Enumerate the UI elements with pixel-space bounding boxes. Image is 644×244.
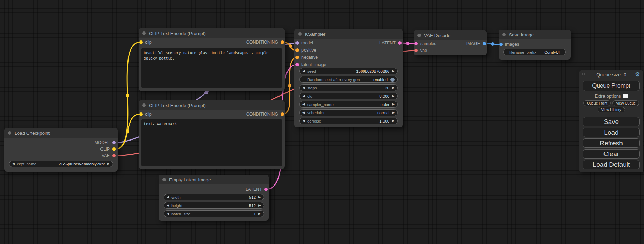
toggle-on-icon[interactable] <box>390 78 395 82</box>
port-conditioning[interactable] <box>281 112 284 116</box>
node-title-bar[interactable]: Save Image <box>499 30 571 39</box>
input-slot-vae[interactable]: vae <box>414 47 427 54</box>
output-slot-latent[interactable]: LATENT <box>379 39 402 46</box>
clear-button[interactable]: Clear <box>583 149 640 159</box>
steps-widget[interactable]: ◀ steps 20 ▶ <box>299 84 398 91</box>
collapse-dot-icon[interactable] <box>142 103 146 107</box>
input-slot-images[interactable]: images <box>499 41 519 48</box>
port-image[interactable] <box>483 42 486 45</box>
port-image[interactable] <box>499 43 503 46</box>
node-clip-text-encode-negative[interactable]: CLIP Text Encode (Prompt) clip CONDITION… <box>139 100 285 169</box>
output-slot-clip[interactable]: CLIP <box>100 146 116 153</box>
link-midpoint-dot[interactable] <box>289 44 292 48</box>
collapse-dot-icon[interactable] <box>8 131 11 135</box>
queue-prompt-button[interactable]: Queue Prompt <box>583 81 640 91</box>
random-seed-toggle-widget[interactable]: Random seed after every gen enabled <box>299 76 398 83</box>
link-midpoint-dot[interactable] <box>491 42 494 46</box>
node-title-bar[interactable]: CLIP Text Encode (Prompt) <box>139 28 285 38</box>
link-midpoint-dot[interactable] <box>288 84 291 88</box>
sampler-name-widget[interactable]: ◀ sampler_name euler ▶ <box>299 101 398 108</box>
node-clip-text-encode-positive[interactable]: CLIP Text Encode (Prompt) clip CONDITION… <box>139 28 285 91</box>
input-slot-latent-image[interactable]: latent_image <box>295 61 326 68</box>
scheduler-widget[interactable]: ◀ scheduler normal ▶ <box>299 109 398 116</box>
extra-options-checkbox[interactable] <box>623 94 628 98</box>
input-slot-model[interactable]: model <box>295 39 313 46</box>
cfg-widget[interactable]: ◀ cfg 8.000 ▶ <box>299 93 398 99</box>
output-slot-conditioning[interactable]: CONDITIONING <box>246 39 284 46</box>
node-title-bar[interactable]: KSampler <box>294 29 403 39</box>
port-latent[interactable] <box>264 188 268 191</box>
prompt-textarea[interactable]: beautiful scenery nature glass bottle la… <box>141 48 282 88</box>
node-title-bar[interactable]: Empty Latent Image <box>159 175 269 184</box>
node-title-bar[interactable]: Load Checkpoint <box>4 128 118 138</box>
input-slot-positive[interactable]: positive <box>295 47 316 54</box>
node-ksampler[interactable]: KSampler model positive negative latent_… <box>294 29 403 127</box>
denoise-widget[interactable]: ◀ denoise 1.000 ▶ <box>299 118 398 124</box>
collapse-dot-icon[interactable] <box>142 31 146 35</box>
link-midpoint-dot[interactable] <box>126 130 129 133</box>
refresh-button[interactable]: Refresh <box>583 138 640 148</box>
decrement-arrow-icon[interactable]: ◀ <box>302 94 305 98</box>
increment-arrow-icon[interactable]: ▶ <box>107 162 110 165</box>
view-queue-button[interactable]: View Queue <box>612 100 639 106</box>
decrement-arrow-icon[interactable]: ◀ <box>167 212 169 215</box>
seed-widget[interactable]: ◀ seed 156680208700286 ▶ <box>299 68 398 74</box>
port-clip[interactable] <box>139 40 143 44</box>
port-conditioning[interactable] <box>295 56 299 59</box>
load-button[interactable]: Load <box>583 128 640 137</box>
increment-arrow-icon[interactable]: ▶ <box>392 111 395 114</box>
increment-arrow-icon[interactable]: ▶ <box>392 119 395 123</box>
port-latent[interactable] <box>295 63 299 66</box>
port-clip[interactable] <box>139 112 143 116</box>
node-graph-canvas[interactable]: Load Checkpoint MODEL CLIP VAE ◀ ckpt_na… <box>0 0 644 244</box>
increment-arrow-icon[interactable]: ▶ <box>392 86 395 89</box>
node-empty-latent-image[interactable]: Empty Latent Image LATENT ◀ width 512 ▶ … <box>159 175 269 221</box>
input-slot-clip[interactable]: clip <box>139 39 152 46</box>
increment-arrow-icon[interactable]: ▶ <box>392 70 395 73</box>
save-button[interactable]: Save <box>583 117 640 126</box>
port-vae[interactable] <box>414 49 418 52</box>
decrement-arrow-icon[interactable]: ◀ <box>302 103 305 106</box>
input-slot-clip[interactable]: clip <box>139 111 152 118</box>
node-save-image[interactable]: Save Image images filename_prefix ComfyU… <box>499 30 571 60</box>
output-slot-image[interactable]: IMAGE <box>466 40 486 47</box>
prompt-textarea[interactable]: text, watermark <box>141 119 282 166</box>
increment-arrow-icon[interactable]: ▶ <box>258 212 261 215</box>
gear-icon[interactable]: ⚙ <box>635 71 640 78</box>
node-load-checkpoint[interactable]: Load Checkpoint MODEL CLIP VAE ◀ ckpt_na… <box>4 128 118 172</box>
increment-arrow-icon[interactable]: ▶ <box>258 204 261 207</box>
output-slot-model[interactable]: MODEL <box>95 139 116 146</box>
filename-prefix-widget[interactable]: filename_prefix ComfyUI <box>503 49 566 55</box>
port-model[interactable] <box>295 41 299 45</box>
node-title-bar[interactable]: CLIP Text Encode (Prompt) <box>139 100 285 110</box>
increment-arrow-icon[interactable]: ▶ <box>258 196 261 199</box>
input-slot-negative[interactable]: negative <box>295 54 318 61</box>
port-clip[interactable] <box>112 147 116 151</box>
decrement-arrow-icon[interactable]: ◀ <box>302 86 305 89</box>
port-vae[interactable] <box>112 154 116 157</box>
collapse-dot-icon[interactable] <box>162 178 166 181</box>
node-title-bar[interactable]: VAE Decode <box>414 30 487 40</box>
load-default-button[interactable]: Load Default <box>583 160 640 169</box>
decrement-arrow-icon[interactable]: ◀ <box>167 196 169 199</box>
link-midpoint-dot[interactable] <box>204 91 208 94</box>
port-model[interactable] <box>112 141 116 144</box>
output-slot-latent[interactable]: LATENT <box>246 186 268 193</box>
port-latent[interactable] <box>414 42 418 45</box>
collapse-dot-icon[interactable] <box>417 34 421 37</box>
increment-arrow-icon[interactable]: ▶ <box>392 103 395 106</box>
port-conditioning[interactable] <box>295 48 299 52</box>
queue-front-button[interactable]: Queue Front <box>583 100 611 106</box>
collapse-dot-icon[interactable] <box>502 33 506 36</box>
increment-arrow-icon[interactable]: ▶ <box>392 94 395 98</box>
collapse-dot-icon[interactable] <box>298 32 302 36</box>
link-midpoint-dot[interactable] <box>126 94 129 97</box>
decrement-arrow-icon[interactable]: ◀ <box>12 162 15 165</box>
output-slot-vae[interactable]: VAE <box>102 152 116 159</box>
decrement-arrow-icon[interactable]: ◀ <box>302 70 305 73</box>
port-latent[interactable] <box>398 41 402 45</box>
batch-size-widget[interactable]: ◀ batch_size 1 ▶ <box>164 210 264 217</box>
node-vae-decode[interactable]: VAE Decode samples vae IMAGE <box>414 30 487 55</box>
output-slot-conditioning[interactable]: CONDITIONING <box>246 111 284 118</box>
width-widget[interactable]: ◀ width 512 ▶ <box>164 194 264 200</box>
